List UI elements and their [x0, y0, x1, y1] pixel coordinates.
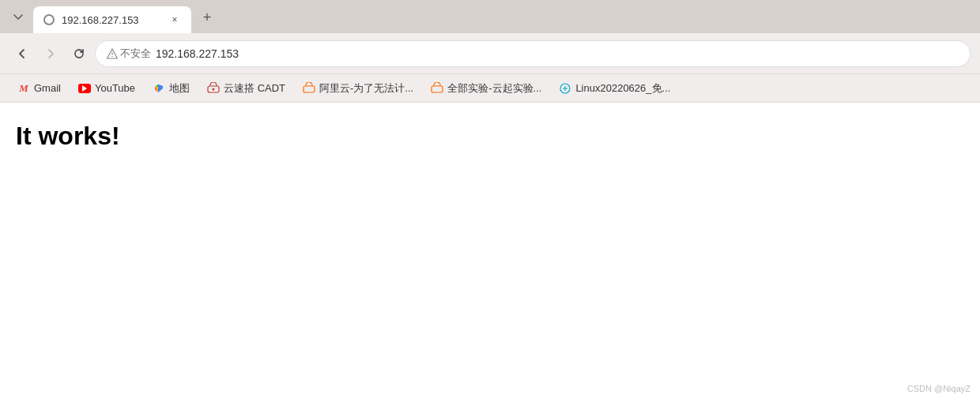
aliyun2-icon: [431, 82, 443, 95]
youtube-icon: [78, 82, 91, 95]
back-icon: [16, 47, 28, 60]
bookmark-gmail-label: Gmail: [34, 82, 61, 94]
tab-bar: 192.168.227.153 × +: [0, 0, 980, 33]
linux-icon: [559, 82, 571, 95]
bookmark-aliyun-label: 阿里云-为了无法计...: [319, 81, 413, 96]
bookmark-cadt[interactable]: 云速搭 CADT: [199, 78, 293, 99]
bookmark-aliyun2[interactable]: 全部实验-云起实验...: [423, 78, 549, 99]
bookmark-maps-label: 地图: [169, 81, 190, 96]
bookmark-youtube-label: YouTube: [95, 82, 135, 94]
page-footer: CSDN @NiqayZ: [907, 384, 971, 393]
bookmark-aliyun2-label: 全部实验-云起实验...: [447, 81, 541, 96]
bookmark-linux[interactable]: Linux20220626_免...: [551, 78, 678, 99]
bookmark-linux-label: Linux20220626_免...: [575, 81, 670, 96]
reload-button[interactable]: [66, 41, 92, 66]
reload-icon: [73, 47, 85, 60]
gmail-icon: M: [17, 82, 30, 95]
address-bar[interactable]: 不安全 192.168.227.153: [95, 40, 971, 67]
cadt-icon: [207, 82, 220, 95]
security-warning: 不安全: [107, 47, 151, 61]
maps-icon: [153, 82, 165, 95]
navigation-bar: 不安全 192.168.227.153: [0, 33, 980, 74]
address-text: 192.168.227.153: [156, 47, 239, 60]
bookmarks-bar: M Gmail YouTube 地图 云速: [0, 74, 980, 103]
tab-close-button[interactable]: ×: [168, 13, 182, 27]
footer-text: CSDN @NiqayZ: [907, 384, 971, 393]
svg-rect-5: [432, 86, 443, 92]
forward-button[interactable]: [38, 41, 63, 66]
bookmark-cadt-label: 云速搭 CADT: [224, 81, 285, 96]
svg-point-3: [213, 88, 215, 90]
warning-icon: [107, 48, 118, 59]
back-button[interactable]: [9, 41, 35, 66]
bookmark-youtube[interactable]: YouTube: [70, 79, 143, 98]
tab-title: 192.168.227.153: [62, 14, 161, 26]
aliyun-icon: [303, 82, 315, 95]
svg-point-1: [111, 55, 112, 56]
page-content: It works!: [0, 103, 980, 170]
tab-favicon: [43, 13, 55, 26]
active-tab[interactable]: 192.168.227.153 ×: [33, 6, 191, 33]
new-tab-button[interactable]: +: [194, 5, 220, 30]
svg-rect-4: [303, 86, 315, 92]
bookmark-maps[interactable]: 地图: [145, 78, 198, 99]
forward-icon: [44, 47, 57, 60]
page-heading: It works!: [16, 122, 964, 151]
security-label: 不安全: [120, 47, 151, 61]
bookmark-gmail[interactable]: M Gmail: [9, 79, 69, 98]
bookmark-aliyun[interactable]: 阿里云-为了无法计...: [295, 78, 421, 99]
tab-dropdown-button[interactable]: [6, 7, 30, 30]
